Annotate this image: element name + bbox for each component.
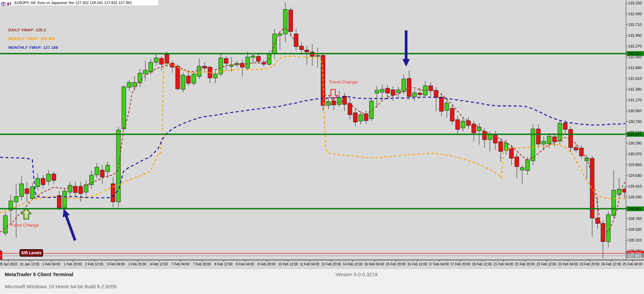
time-tick: [525, 260, 525, 262]
time-tick: [8, 260, 8, 262]
time-tick: [611, 260, 611, 262]
time-axis-label: 3 Feb 04:00: [107, 262, 124, 266]
time-axis-label: 21 Feb 20:00: [515, 262, 535, 266]
time-axis-label: 28 Jan 2022: [0, 262, 17, 266]
time-axis[interactable]: 28 Jan 202231 Jan 12:001 Feb 04:001 Feb …: [0, 260, 644, 268]
time-axis-label: 17 Feb 04:00: [429, 262, 449, 266]
time-axis-label: 23 Feb 04:00: [558, 262, 578, 266]
time-axis-label: 7 Feb 04:00: [171, 262, 189, 266]
time-tick: [159, 260, 159, 262]
time-tick: [94, 260, 95, 262]
time-tick: [180, 260, 181, 262]
mt5-window: EURJPY, H4: Euro vs Japanese Yen 127.932…: [0, 0, 644, 294]
price-tick: 130.290: [626, 141, 644, 145]
time-axis-label: 31 Jan 12:00: [20, 262, 39, 266]
time-tick: [417, 260, 418, 262]
time-tick: [633, 260, 633, 262]
time-axis-label: 15 Feb 04:00: [364, 262, 384, 266]
price-tick: 133.150: [626, 1, 644, 5]
time-tick: [546, 260, 547, 262]
trend-down-arrow: [329, 89, 337, 100]
time-tick: [288, 260, 288, 262]
terminal-os-info: Microsoft Windows 10 Home 64-bit Build 6…: [5, 284, 117, 289]
time-tick: [137, 260, 138, 262]
price-tick: 130.950: [626, 109, 644, 113]
price-tick: 132.930: [626, 12, 644, 16]
candlestick-series: [0, 3, 626, 260]
time-tick: [568, 260, 568, 262]
time-tick: [266, 260, 267, 262]
time-axis-label: 9 Feb 20:00: [257, 262, 275, 266]
time-tick: [482, 260, 482, 262]
terminal-title: MetaTrader 5 Client Terminal: [5, 271, 73, 277]
time-tick: [353, 260, 353, 262]
time-axis-label: 7 Feb 20:00: [193, 262, 211, 266]
price-tick: 129.850: [626, 163, 644, 167]
time-axis-label: 3 Feb 20:00: [128, 262, 146, 266]
time-tick: [202, 260, 202, 262]
time-axis-label: 9 Feb 04:00: [236, 262, 254, 266]
pointer-arrow-high: [402, 30, 410, 67]
price-tick: 132.490: [626, 33, 644, 38]
time-axis-label: 23 Feb 20:00: [580, 262, 600, 266]
price-tick: 130.730: [626, 120, 644, 124]
time-tick: [30, 260, 30, 262]
time-axis-label: 18 Feb 12:00: [472, 262, 492, 266]
time-axis-label: 2 Feb 12:00: [85, 262, 103, 266]
time-tick: [503, 260, 504, 262]
time-tick: [310, 260, 310, 262]
price-tick: 131.170: [626, 98, 644, 102]
price-tick: 131.610: [626, 76, 644, 81]
time-axis-label: 17 Feb 20:00: [451, 262, 470, 266]
price-tick: 129.630: [626, 173, 644, 178]
price-tick: 132.270: [626, 44, 644, 48]
sr-price-label: 128.951: [627, 206, 644, 211]
time-axis-label: 11 Feb 20:00: [321, 262, 341, 266]
time-axis-label: 15 Feb 20:00: [386, 262, 406, 266]
time-tick: [73, 260, 73, 262]
sr-price-label: 132.117: [627, 51, 644, 56]
sr-levels-button[interactable]: S/R Levels: [20, 249, 43, 257]
price-tick: 129.410: [626, 184, 644, 189]
time-tick: [223, 260, 224, 262]
time-tick: [245, 260, 245, 262]
time-axis-label: 1 Feb 04:00: [42, 262, 60, 266]
time-axis-label: 8 Feb 12:00: [214, 262, 232, 266]
monthly-vwap-label: MONTHLY VWAP: 127.188: [8, 45, 58, 50]
time-axis-label: 11 Feb 04:00: [300, 262, 319, 266]
trend-change-label-2: Trend Change: [329, 79, 358, 85]
price-tick: 128.310: [626, 238, 644, 242]
status-bar: MetaTrader 5 Client Terminal Version 5.0…: [0, 268, 644, 294]
time-tick: [374, 260, 374, 262]
time-axis-label: 25 Feb 04:00: [623, 262, 643, 266]
weekly-vwap-label: WEEKLY VWAP: 126.865: [8, 37, 58, 41]
price-tick: 128.530: [626, 227, 644, 232]
time-axis-label: 21 Feb 04:00: [494, 262, 513, 266]
time-tick: [460, 260, 461, 262]
time-tick: [116, 260, 116, 262]
time-axis-label: 16 Feb 12:00: [407, 262, 427, 266]
terminal-version: Version 5.0.0.3219: [335, 271, 378, 277]
trend-up-arrow: [22, 208, 31, 219]
price-tick: 131.830: [626, 66, 644, 70]
daily-vwap-label: DAILY VWAP: 128.2: [8, 28, 58, 32]
time-tick: [589, 260, 590, 262]
time-axis-label: 4 Feb 12:00: [150, 262, 168, 266]
pointer-arrow-low: [60, 207, 79, 241]
sr-price-label: 130.470: [627, 132, 644, 137]
price-tick: 132.710: [626, 23, 644, 27]
price-tick: 129.190: [626, 195, 644, 199]
time-axis-label: 14 Feb 12:00: [343, 262, 363, 266]
chart-plot-surface[interactable]: [0, 0, 626, 260]
time-axis-label: 1 Feb 20:00: [64, 262, 81, 266]
time-tick: [396, 260, 396, 262]
vwap-indicator-labels: DAILY VWAP: 128.2 WEEKLY VWAP: 126.865 M…: [8, 28, 58, 54]
price-tick: 130.070: [626, 152, 644, 156]
time-axis-label: 24 Feb 12:00: [601, 262, 621, 266]
price-axis[interactable]: 133.150132.930132.710132.490132.270132.0…: [626, 0, 644, 260]
price-tick: 131.390: [626, 87, 644, 92]
time-tick: [51, 260, 51, 262]
price-tick: 128.750: [626, 217, 644, 221]
time-axis-label: 22 Feb 12:00: [537, 262, 557, 266]
trend-change-label-1: Trend Change: [10, 223, 39, 228]
